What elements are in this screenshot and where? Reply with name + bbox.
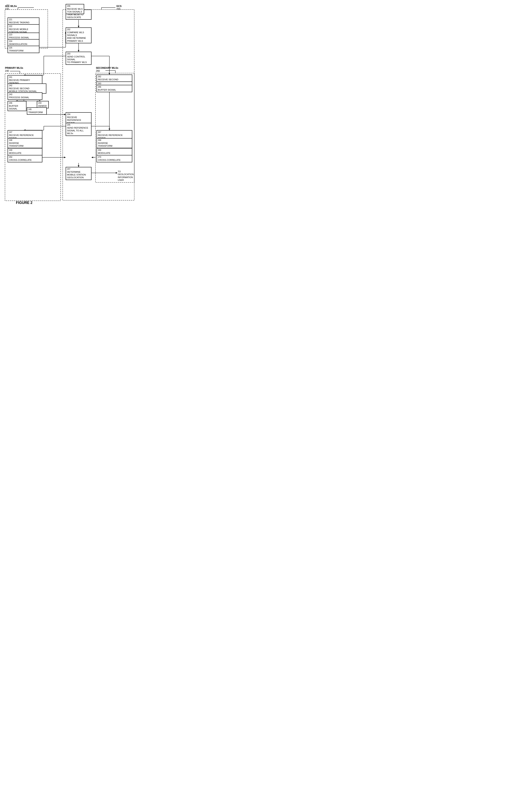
receive-wls-toa-box: 206 RECEIVE WLSTOA SIGNALS [66,4,84,14]
cross-correlate-primary-box: 250 CROSS-CORRELATE [7,155,42,162]
secondary-wls-num: 260 [96,69,100,73]
transform-1-text: TRANSFORM [9,49,38,52]
modulate-sec-box: 269 MODULATE [97,148,132,156]
gcs-num: 200 [116,7,120,11]
num-223: 223 [9,34,38,36]
buffer-signal-primary-box: 246 BUFFER SIGNAL [7,101,26,111]
receive-second-mobile-primary-text: RECEIVE SECONDMOBILE STATION SIGNAL [9,87,45,93]
num-269: 269 [98,149,131,151]
receive-tasking-text: RECEIVE TASKING [9,21,38,24]
num-242: 242 [9,84,45,87]
demodulation-box: 224 DEMODULATION [7,39,40,47]
num-243: 243 [9,93,41,96]
modulate-sec-text: MODULATE [98,151,131,155]
compare-wls-box: 202 COMPARE WLSSIGNALSAND DETERMINEPRIMA… [66,27,92,43]
buffer-signal-sec-box: 266 BUFFER SIGNAL [97,85,132,92]
task-wls-num-label: 201 [6,4,10,6]
num-266: 266 [98,86,131,88]
send-control-text: SEND CONTROLSIGNALTO PRIMARY WLS [67,55,90,64]
svg-marker-72 [116,172,118,174]
num-202: 202 [67,28,90,31]
num-249: 249 [9,149,41,151]
diagram: ALL WLSs 220 GCS 200 PRIMARY WLSs 240 SE… [4,4,135,215]
num-245: 245 [28,108,45,111]
num-268: 268 [98,139,131,142]
num-267: 267 [98,131,131,134]
cross-correlate-sec-box: 270 CROSS-CORRELATE [97,155,132,162]
cross-correlate-sec-text: CROSS-CORRELATE [98,159,131,161]
compare-wls-text: COMPARE WLSSIGNALSAND DETERMINEPRIMARY W… [67,31,90,43]
num-225: 225 [9,47,38,49]
send-control-box: 203 SEND CONTROLSIGNALTO PRIMARY WLS [66,52,92,65]
process-signal-2-text: PROCESS SIGNAL [9,96,41,99]
send-ref-text: SEND REFERENCESIGNAL TO ALL WLSs [67,127,90,135]
process-signal-1-text: PROCESS SIGNAL [9,36,38,39]
to-geolocation-label: TO GEOLOCATIONINFORMATION USER [118,170,135,181]
all-wls-num: 220 [5,7,9,11]
receive-tasking-box: 221 RECEIVE TASKING [7,18,40,25]
transform-1-box: 225 TRANSFORM [7,46,40,53]
num-250: 250 [9,156,41,159]
inverse-transform-primary-text: INVERSETRANSFORM [9,142,41,147]
demodulation-text: DEMODULATION [9,43,38,46]
secondary-wls-label: SECONDARY WLSs [96,66,119,70]
num-262: 262 [98,76,131,78]
process-signal-2-box: 243 PROCESS SIGNAL [7,92,42,100]
num-241: 241 [9,76,41,79]
svg-marker-40 [64,114,66,115]
transform-2-box: 245 TRANSFORM [27,107,47,115]
figure-label: FIGURE 2 [16,201,32,205]
svg-marker-49 [109,129,110,130]
receive-second-mobile-primary-box: 242 RECEIVE SECONDMOBILE STATION SIGNAL [7,83,46,93]
num-207: 207 [67,168,90,170]
determine-geolocation-box: 207 DETERMINEMOBILE STATIONGEOLOCATION [66,167,92,180]
num-246: 246 [9,102,25,105]
svg-marker-70 [78,165,79,167]
num-248: 248 [9,139,41,142]
demod-primary-text: DEMOD [38,105,47,107]
determine-geolocation-text: DETERMINEMOBILE STATIONGEOLOCATION [67,170,90,179]
buffer-signal-primary-text: BUFFER SIGNAL [9,105,25,110]
svg-marker-18 [78,50,79,52]
inverse-transform-sec-box: 268 INVERSETRANSFORM [97,138,132,148]
buffer-signal-sec-text: BUFFER SIGNAL [98,88,131,91]
modulate-primary-box: 249 MODULATE [7,148,42,156]
receive-wls-toa-text: RECEIVE WLSTOA SIGNALS [67,7,83,13]
process-signal-1-box: 223 PROCESS SIGNAL [7,33,40,40]
num-263: 263 [98,82,131,85]
transform-2-text: TRANSFORM [28,111,45,114]
inverse-transform-primary-box: 248 INVERSETRANSFORM [7,138,42,148]
svg-marker-68 [92,157,93,158]
modulate-primary-text: MODULATE [9,151,41,155]
num-204: 204 [67,113,90,116]
primary-wls-num: 240 [5,69,9,73]
inverse-transform-sec-text: INVERSETRANSFORM [98,142,131,147]
num-270: 270 [98,156,131,159]
primary-wls-label: PRIMARY WLSs [5,66,23,70]
num-221: 221 [9,19,38,21]
num-222: 222 [9,25,38,28]
svg-marker-5 [78,26,79,27]
svg-marker-57 [64,157,66,158]
num-224: 224 [9,40,38,43]
num-203: 203 [67,53,90,55]
send-ref-box: 205 SEND REFERENCESIGNAL TO ALL WLSs [66,123,92,136]
num-206: 206 [67,5,83,7]
num-205: 205 [67,124,90,127]
cross-correlate-primary-text: CROSS-CORRELATE [9,159,41,161]
svg-marker-25 [109,73,110,75]
num-244: 244 [38,102,47,105]
num-247: 247 [9,131,41,134]
